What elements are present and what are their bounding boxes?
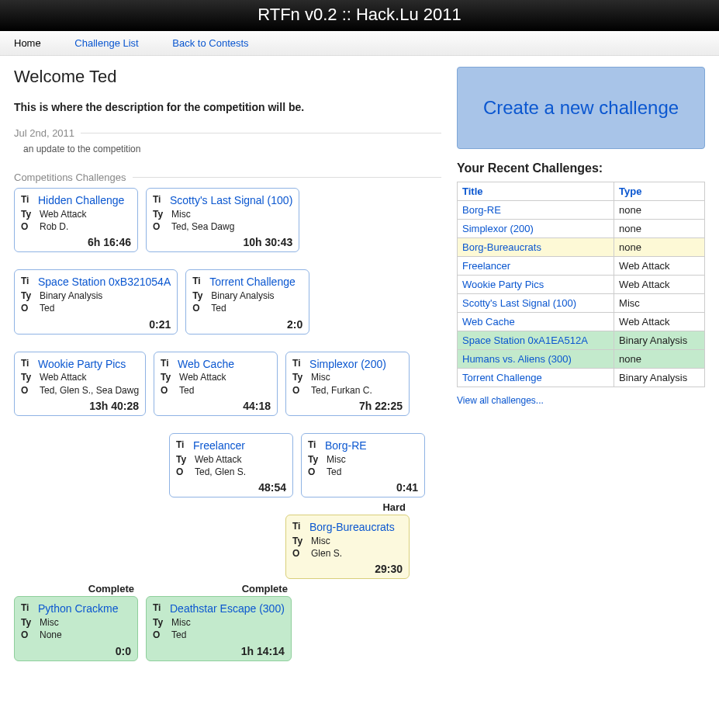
challenge-card: TiTorrent ChallengeTyBinary AnalysisOTed… <box>185 269 309 334</box>
card-label-type: Ty <box>153 208 170 220</box>
recent-title-link[interactable]: Borg-Bureaucrats <box>462 241 541 253</box>
challenge-card: TiWookie Party PicsTyWeb AttackOTed, Gle… <box>14 352 146 416</box>
view-all-link[interactable]: View all challenges... <box>457 395 544 406</box>
card-badge: Complete <box>88 583 134 595</box>
card-label-owner: O <box>308 466 325 478</box>
table-row: Humans vs. Aliens (300)none <box>458 350 705 369</box>
challenge-title-link[interactable]: Borg-Bureaucrats <box>309 520 395 535</box>
header-title: RTFn v0.2 :: Hack.Lu 2011 <box>258 5 461 24</box>
recent-type: none <box>614 220 705 238</box>
card-label-title: Ti <box>192 275 209 289</box>
challenge-title-link[interactable]: Deathstar Escape (300) <box>170 601 285 616</box>
challenge-owner: Ted, Furkan C. <box>309 384 372 397</box>
challenge-title-link[interactable]: Web Cache <box>178 357 234 372</box>
recent-title-link[interactable]: Torrent Challenge <box>462 372 542 383</box>
challenge-title-link[interactable]: Python Crackme <box>38 601 118 616</box>
create-challenge-button[interactable]: Create a new challenge <box>457 67 705 149</box>
card-label-owner: O <box>176 466 193 478</box>
recent-type: none <box>614 350 705 369</box>
challenge-owner: Ted, Glen S. <box>193 466 246 478</box>
challenge-type: Web Attack <box>178 371 226 383</box>
nav-back-to-contests[interactable]: Back to Contests <box>172 37 248 49</box>
challenge-title-link[interactable]: Freelancer <box>193 439 245 453</box>
card-label-title: Ti <box>21 357 38 372</box>
recent-title-link[interactable]: Web Cache <box>462 316 515 328</box>
challenge-card: HardTiBorg-BureaucratsTyMiscOGlen S.29:3… <box>285 515 410 579</box>
recent-type: Binary Analysis <box>614 369 705 387</box>
recent-title-link[interactable]: Borg-RE <box>462 204 501 216</box>
card-label-type: Ty <box>308 453 325 466</box>
recent-title-link[interactable]: Freelancer <box>462 260 510 272</box>
navbar: Home Challenge List Back to Contests <box>0 31 719 56</box>
challenge-type: Binary Analysis <box>38 289 102 302</box>
challenge-type: Misc <box>309 535 330 547</box>
challenge-time: 10h 30:43 <box>153 236 292 248</box>
card-label-title: Ti <box>21 601 38 616</box>
challenge-owner: Ted <box>178 384 194 397</box>
challenge-time: 0:21 <box>21 318 171 331</box>
card-label-title: Ti <box>161 357 178 372</box>
challenge-card: CompleteTiPython CrackmeTyMiscONone0:0 <box>14 596 138 660</box>
card-label-type: Ty <box>21 371 38 383</box>
recent-col-title: Title <box>458 182 614 201</box>
card-label-type: Ty <box>21 208 38 220</box>
challenge-owner: Ted, Sea Dawg <box>170 220 234 233</box>
challenge-title-link[interactable]: Scotty's Last Signal (100) <box>170 193 292 208</box>
recent-title-link[interactable]: Scotty's Last Signal (100) <box>462 297 576 309</box>
card-label-title: Ti <box>292 357 309 372</box>
card-label-type: Ty <box>192 289 209 302</box>
challenge-card: TiSpace Station 0xB321054ATyBinary Analy… <box>14 269 178 334</box>
recent-challenges-table: Title Type Borg-REnoneSimplexor (200)non… <box>457 182 705 387</box>
challenge-title-link[interactable]: Hidden Challenge <box>38 193 124 208</box>
card-label-title: Ti <box>176 439 193 453</box>
challenge-card: TiBorg-RETyMiscOTed0:41 <box>301 433 425 497</box>
challenge-card: TiHidden ChallengeTyWeb AttackORob D.6h … <box>14 188 138 252</box>
recent-title-link[interactable]: Wookie Party Pics <box>462 279 544 290</box>
challenge-type: Misc <box>309 371 330 383</box>
challenge-card: TiScotty's Last Signal (100)TyMiscOTed, … <box>146 188 299 252</box>
nav-home[interactable]: Home <box>14 37 41 49</box>
nav-challenge-list[interactable]: Challenge List <box>74 37 138 49</box>
challenge-title-link[interactable]: Space Station 0xB321054A <box>38 275 171 289</box>
challenge-type: Web Attack <box>38 371 86 383</box>
challenge-card: TiWeb CacheTyWeb AttackOTed44:18 <box>154 352 278 416</box>
card-label-type: Ty <box>161 371 178 383</box>
card-label-type: Ty <box>21 289 38 302</box>
challenge-title-link[interactable]: Torrent Challenge <box>209 275 296 289</box>
card-label-owner: O <box>153 220 170 233</box>
table-row: Web CacheWeb Attack <box>458 313 705 331</box>
recent-type: none <box>614 238 705 257</box>
challenge-time: 0:0 <box>21 645 131 657</box>
challenge-owner: Ted, Glen S., Sea Dawg <box>38 384 139 397</box>
competition-description: This is where the description for the co… <box>14 101 441 113</box>
challenge-time: 1h 14:14 <box>153 645 285 657</box>
challenge-owner: Ted <box>325 466 341 478</box>
table-row: Space Station 0xA1EA512ABinary Analysis <box>458 331 705 350</box>
challenge-type: Misc <box>38 616 59 629</box>
recent-title-link[interactable]: Humans vs. Aliens (300) <box>462 353 572 365</box>
challenge-title-link[interactable]: Borg-RE <box>325 439 367 453</box>
challenge-time: 2:0 <box>192 318 302 331</box>
challenge-time: 29:30 <box>292 563 403 575</box>
recent-type: Binary Analysis <box>614 331 705 350</box>
recent-type: Web Attack <box>614 276 705 294</box>
challenge-time: 0:41 <box>308 481 418 494</box>
challenge-title-link[interactable]: Wookie Party Pics <box>38 357 126 372</box>
card-label-owner: O <box>292 547 309 560</box>
recent-title-link[interactable]: Simplexor (200) <box>462 223 534 234</box>
recent-type: Web Attack <box>614 313 705 331</box>
challenge-time: 48:54 <box>176 481 286 494</box>
challenge-title-link[interactable]: Simplexor (200) <box>309 357 386 372</box>
challenge-card: TiSimplexor (200)TyMiscOTed, Furkan C.7h… <box>285 352 410 416</box>
card-label-owner: O <box>21 302 38 314</box>
table-row: Borg-REnone <box>458 201 705 220</box>
challenge-card: TiFreelancerTyWeb AttackOTed, Glen S.48:… <box>169 433 293 497</box>
recent-title-link[interactable]: Space Station 0xA1EA512A <box>462 335 588 346</box>
recent-type: Misc <box>614 294 705 313</box>
card-label-title: Ti <box>308 439 325 453</box>
card-label-owner: O <box>21 384 38 397</box>
challenge-owner: Ted <box>38 302 54 314</box>
card-label-owner: O <box>292 384 309 397</box>
recent-col-type: Type <box>614 182 705 201</box>
card-label-owner: O <box>153 629 170 641</box>
